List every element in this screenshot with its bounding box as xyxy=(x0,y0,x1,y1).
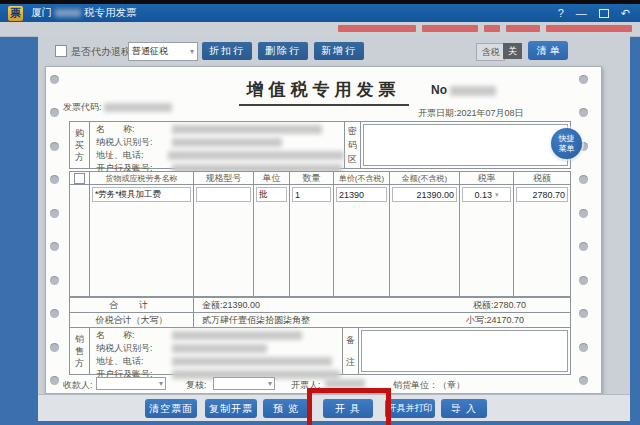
issue-and-print-button[interactable]: 开具并打印 xyxy=(385,399,435,418)
minimize-icon[interactable]: — xyxy=(576,7,587,19)
invoice-code-row: 发票代码: xyxy=(63,101,172,114)
item-name-input[interactable]: *劳务*模具加工费 xyxy=(92,187,191,202)
redacted-buyer-taxid[interactable] xyxy=(172,138,282,147)
delete-row-button[interactable]: 删除行 xyxy=(258,42,308,60)
seller-taxid-label: 纳税人识别号: xyxy=(96,342,172,355)
capital-row: 价税合计（大写） 贰万肆仟壹佰柒拾圆柒角整 小写:24170.70 xyxy=(69,312,571,328)
cell-unit: 批 xyxy=(254,185,290,296)
add-row-button[interactable]: 新增行 xyxy=(314,42,364,60)
import-button[interactable]: 导 入 xyxy=(441,399,487,418)
remark-area xyxy=(358,328,570,374)
cell-tax: 2780.70 xyxy=(514,185,570,296)
maximize-icon[interactable] xyxy=(599,9,609,18)
chevron-down-icon: ▾ xyxy=(495,191,499,199)
item-rate-value: 0.13 xyxy=(474,190,492,200)
discount-row-button[interactable]: 折扣行 xyxy=(202,42,252,60)
row-checkbox[interactable] xyxy=(74,173,85,184)
window-title: 厦门 税专用发票 xyxy=(31,6,137,20)
capital-values: 贰万肆仟壹佰柒拾圆柒角整 小写:24170.70 xyxy=(194,313,570,327)
buyer-section: 购买方 名 称: 纳税人识别号: 地址、电话: 开户行及账号: 密码区 xyxy=(69,121,571,169)
payee-label: 收款人: xyxy=(63,379,93,392)
remark-box[interactable] xyxy=(361,330,568,372)
reviewer-select[interactable]: ▾ xyxy=(213,377,275,390)
invoice-paper: 发票代码: 增值税专用发票 No 开票日期:2021年07月08日 购买方 名 … xyxy=(45,66,602,394)
chevron-down-icon: ▾ xyxy=(159,379,163,388)
chevron-down-icon: ▾ xyxy=(190,47,194,56)
totals-values: 金额:21390.00 税额:2780.70 xyxy=(194,298,570,312)
redacted-buyer-name[interactable] xyxy=(172,125,322,134)
row-select-header xyxy=(70,172,90,185)
totals-label: 合 计 xyxy=(70,298,194,312)
cell-name: *劳务*模具加工费 xyxy=(90,185,194,296)
item-amount-input[interactable]: 21390.00 xyxy=(392,187,457,202)
cell-spec xyxy=(194,185,254,296)
item-qty-input[interactable]: 1 xyxy=(292,187,331,202)
clear-invoice-button[interactable]: 清空票面 xyxy=(145,399,197,418)
item-tax-input[interactable]: 2780.70 xyxy=(516,187,568,202)
promo-segment xyxy=(422,25,478,32)
seller-name-label: 名 称: xyxy=(96,329,172,342)
window-controls: ? — ↶ xyxy=(558,7,630,20)
col-header-amount: 金额(不含税) xyxy=(390,172,460,185)
col-header-unit: 单位 xyxy=(254,172,290,185)
quick-menu-line2: 菜单 xyxy=(559,144,575,154)
redacted-seller-address[interactable] xyxy=(172,357,332,366)
invoice-code-label: 发票代码: xyxy=(63,102,102,112)
invoice-app-window: 票 厦门 税专用发票 ? — ↶ 是否代办退税发票 普通征税 ▾ 折扣行 删除行… xyxy=(0,0,640,425)
highlight-annotation-box xyxy=(307,388,391,425)
chevron-down-icon: ▾ xyxy=(268,379,272,388)
tax-mode-select[interactable]: 普通征税 ▾ xyxy=(128,42,198,61)
seller-section: 销售方 名 称: 纳税人识别号: 地址、电话: 开户行及账号: 备注 xyxy=(69,327,571,375)
back-icon[interactable]: ↶ xyxy=(621,7,630,20)
preview-button[interactable]: 预 览 xyxy=(263,399,309,418)
tax-included-toggle-state[interactable]: 关 xyxy=(503,43,522,59)
col-header-price: 单价(不含税) xyxy=(334,172,390,185)
buyer-fields: 名 称: 纳税人识别号: 地址、电话: 开户行及账号: xyxy=(90,122,344,168)
cell-amount: 21390.00 xyxy=(390,185,460,296)
item-rate-select[interactable]: 0.13 ▾ xyxy=(462,187,511,202)
invoice-no-label: No xyxy=(431,83,447,97)
redacted-seller-taxid[interactable] xyxy=(172,344,267,353)
app-logo-icon: 票 xyxy=(8,6,23,21)
redacted-company-name xyxy=(55,9,81,17)
buyer-party-label: 购买方 xyxy=(70,122,90,168)
item-spec-input[interactable] xyxy=(196,187,251,202)
password-box[interactable] xyxy=(363,124,568,166)
capital-amount-text: 贰万肆仟壹佰柒拾圆柒角整 xyxy=(202,314,310,327)
seller-address-label: 地址、电话: xyxy=(96,355,172,368)
invoice-date: 开票日期:2021年07月08日 xyxy=(418,107,524,120)
copy-invoice-button[interactable]: 复制开票 xyxy=(205,399,257,418)
list-button[interactable]: 清 单 xyxy=(528,41,568,60)
col-header-qty: 数量 xyxy=(290,172,334,185)
redacted-invoice-number xyxy=(450,86,496,96)
window-title-suffix: 税专用发票 xyxy=(84,6,137,20)
tractor-holes-right xyxy=(579,75,588,385)
seller-fields: 名 称: 纳税人识别号: 地址、电话: 开户行及账号: xyxy=(90,328,342,374)
goods-table: 货物或应税劳务名称 规格型号 单位 数量 单价(不含税) 金额(不含税) 税率 … xyxy=(69,171,571,297)
seller-party-label: 销售方 xyxy=(70,328,90,374)
col-header-tax: 税额 xyxy=(514,172,570,185)
refund-checkbox[interactable] xyxy=(55,45,67,57)
tax-included-toggle-label[interactable]: 含税 xyxy=(476,43,505,61)
promo-segment xyxy=(338,25,416,32)
payee-select[interactable]: ▾ xyxy=(96,377,166,390)
cell-qty: 1 xyxy=(290,185,334,296)
invoice-number-row: No xyxy=(431,83,496,97)
col-header-name: 货物或应税劳务名称 xyxy=(90,172,194,185)
capital-label: 价税合计（大写） xyxy=(70,313,194,327)
item-unit-input[interactable]: 批 xyxy=(256,187,287,202)
buyer-address-label: 地址、电话: xyxy=(96,149,168,162)
redacted-buyer-address[interactable] xyxy=(168,151,344,160)
quick-menu-button[interactable]: 快捷 菜单 xyxy=(551,128,582,159)
item-price-input[interactable]: 21390 xyxy=(336,187,387,202)
window-title-prefix: 厦门 xyxy=(31,6,52,20)
password-area xyxy=(360,122,570,168)
cell-price: 21390 xyxy=(334,185,390,296)
cell-rate: 0.13 ▾ xyxy=(460,185,514,296)
invoice-title: 增值税专用发票 xyxy=(239,78,409,106)
help-icon[interactable]: ? xyxy=(558,7,564,19)
redacted-seller-name[interactable] xyxy=(172,331,302,340)
capital-amount-small: 小写:24170.70 xyxy=(466,314,524,327)
promo-text-blurred xyxy=(338,25,632,32)
totals-row: 合 计 金额:21390.00 税额:2780.70 xyxy=(69,297,571,313)
